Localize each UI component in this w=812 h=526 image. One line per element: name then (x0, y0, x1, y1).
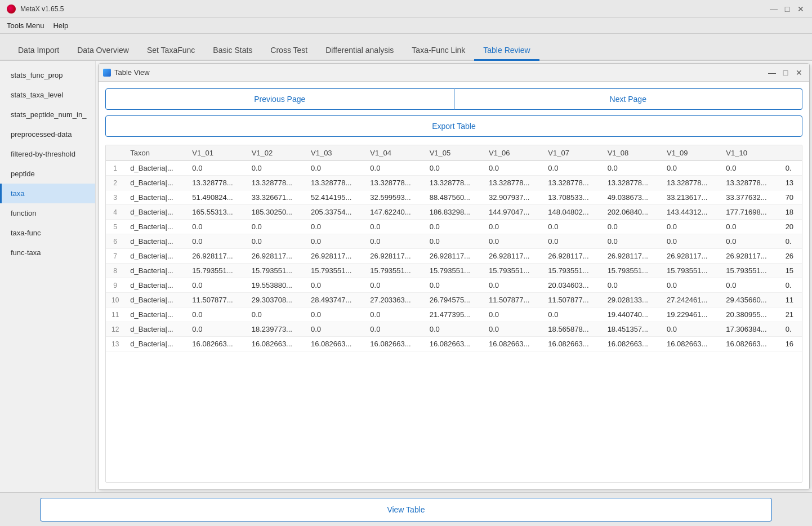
col-v1-02: V1_02 (246, 145, 305, 161)
nav-tabs: Data Import Data Overview Set TaxaFunc B… (0, 34, 812, 61)
cell-taxon: d_Bacteria|... (124, 205, 186, 220)
table-row: 5 d_Bacteria|... 0.0 0.0 0.0 0.0 0.0 0.0… (106, 220, 802, 234)
cell-v05: 0.0 (424, 234, 483, 249)
previous-page-button[interactable]: Previous Page (105, 88, 454, 110)
row-num: 6 (106, 234, 124, 249)
tab-taxa-func-link[interactable]: Taxa-Func Link (403, 41, 474, 61)
tab-data-overview[interactable]: Data Overview (68, 41, 138, 61)
close-button[interactable]: ✕ (796, 5, 805, 14)
table-row: 8 d_Bacteria|... 15.793551... 15.793551.… (106, 264, 802, 278)
cell-v03: 205.33754... (305, 205, 364, 220)
main-content: stats_func_prop stats_taxa_level stats_p… (0, 61, 812, 492)
modal-maximize-button[interactable]: □ (780, 67, 791, 78)
view-table-button[interactable]: View Table (40, 498, 772, 521)
next-page-button[interactable]: Next Page (454, 88, 803, 110)
cell-v05: 15.793551... (424, 264, 483, 278)
cell-v06: 0.0 (483, 322, 542, 337)
cell-v06: 0.0 (483, 307, 542, 322)
tab-table-review[interactable]: Table Review (474, 41, 539, 61)
sidebar-item-stats-taxa-level[interactable]: stats_taxa_level (0, 85, 95, 105)
row-num: 11 (106, 307, 124, 322)
sidebar-item-preprocessed-data[interactable]: preprocessed-data (0, 124, 95, 144)
cell-more: 11 (780, 293, 802, 307)
cell-more: 16 (780, 337, 802, 351)
sidebar-item-peptide[interactable]: peptide (0, 164, 95, 184)
cell-v07: 13.328778... (542, 176, 601, 190)
tab-data-import[interactable]: Data Import (9, 41, 68, 61)
cell-v04: 0.0 (364, 307, 423, 322)
cell-taxon: d_Bacteria|... (124, 293, 186, 307)
table-container[interactable]: Taxon V1_01 V1_02 V1_03 V1_04 V1_05 V1_0… (105, 145, 802, 483)
cell-v05: 26.928117... (424, 249, 483, 264)
cell-taxon: d_Bacteria|... (124, 176, 186, 190)
cell-taxon: d_Bacteria|... (124, 249, 186, 264)
tools-menu-item[interactable]: Tools Menu (7, 21, 44, 30)
sidebar-item-taxa[interactable]: taxa (0, 184, 95, 203)
modal-controls: — □ ✕ (766, 67, 805, 78)
cell-more: 15 (780, 264, 802, 278)
cell-v05: 21.477395... (424, 307, 483, 322)
table-row: 3 d_Bacteria|... 51.490824... 33.326671.… (106, 190, 802, 205)
col-v1-07: V1_07 (542, 145, 601, 161)
cell-v09: 33.213617... (661, 190, 720, 205)
cell-v07: 13.708533... (542, 190, 601, 205)
cell-v08: 0.0 (602, 161, 661, 176)
cell-v08: 49.038673... (602, 190, 661, 205)
cell-v07: 18.565878... (542, 322, 601, 337)
cell-v08: 16.082663... (602, 337, 661, 351)
cell-v10: 26.928117... (720, 249, 779, 264)
sidebar-item-function[interactable]: function (0, 203, 95, 223)
table-view-icon (103, 69, 111, 77)
cell-v02: 0.0 (246, 307, 305, 322)
cell-v04: 0.0 (364, 220, 423, 234)
cell-v07: 15.793551... (542, 264, 601, 278)
menu-bar: Tools Menu Help (0, 18, 812, 34)
tab-cross-test[interactable]: Cross Test (261, 41, 316, 61)
cell-v10: 0.0 (720, 161, 779, 176)
tab-set-taxafunc[interactable]: Set TaxaFunc (138, 41, 204, 61)
cell-v06: 16.082663... (483, 337, 542, 351)
cell-v09: 26.928117... (661, 249, 720, 264)
cell-v02: 15.793551... (246, 264, 305, 278)
cell-v01: 13.328778... (186, 176, 246, 190)
cell-v08: 202.06840... (602, 205, 661, 220)
modal-close-button[interactable]: ✕ (793, 67, 805, 78)
cell-v04: 0.0 (364, 278, 423, 293)
row-num: 2 (106, 176, 124, 190)
sidebar-item-stats-func-prop[interactable]: stats_func_prop (0, 65, 95, 85)
sidebar-item-filtered-by-threshold[interactable]: filtered-by-threshold (0, 144, 95, 164)
tab-differential-analysis[interactable]: Differential analysis (316, 41, 403, 61)
cell-v08: 26.928117... (602, 249, 661, 264)
cell-v09: 143.44312... (661, 205, 720, 220)
modal-minimize-button[interactable]: — (766, 67, 778, 78)
minimize-button[interactable]: — (769, 5, 778, 14)
cell-v05: 26.794575... (424, 293, 483, 307)
tab-basic-stats[interactable]: Basic Stats (204, 41, 261, 61)
cell-v03: 0.0 (305, 161, 364, 176)
cell-v05: 88.487560... (424, 190, 483, 205)
app-title: MetaX v1.65.5 (20, 5, 64, 13)
row-num: 7 (106, 249, 124, 264)
export-table-button[interactable]: Export Table (105, 115, 802, 137)
cell-v02: 13.328778... (246, 176, 305, 190)
modal-window: Table View — □ ✕ Previous Page Next Page… (98, 63, 810, 490)
sidebar-item-func-taxa[interactable]: func-taxa (0, 243, 95, 262)
table-row: 9 d_Bacteria|... 0.0 19.553880... 0.0 0.… (106, 278, 802, 293)
cell-taxon: d_Bacteria|... (124, 220, 186, 234)
cell-v07: 20.034603... (542, 278, 601, 293)
cell-v08: 0.0 (602, 234, 661, 249)
sidebar-item-stats-peptide-num[interactable]: stats_peptide_num_in_ (0, 105, 95, 124)
maximize-button[interactable]: □ (783, 5, 792, 14)
table-row: 10 d_Bacteria|... 11.507877... 29.303708… (106, 293, 802, 307)
cell-v03: 0.0 (305, 234, 364, 249)
cell-taxon: d_Bacteria|... (124, 190, 186, 205)
help-menu-item[interactable]: Help (53, 21, 68, 30)
cell-taxon: d_Bacteria|... (124, 337, 186, 351)
cell-v09: 0.0 (661, 161, 720, 176)
cell-v10: 0.0 (720, 220, 779, 234)
cell-v09: 0.0 (661, 234, 720, 249)
cell-more: 70 (780, 190, 802, 205)
sidebar-item-taxa-func[interactable]: taxa-func (0, 223, 95, 243)
cell-v01: 0.0 (186, 220, 246, 234)
cell-v07: 0.0 (542, 307, 601, 322)
